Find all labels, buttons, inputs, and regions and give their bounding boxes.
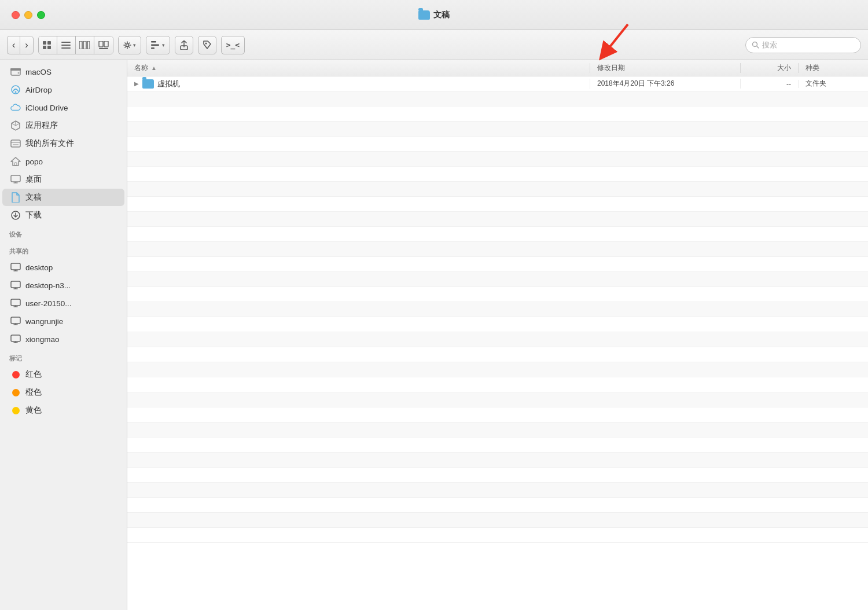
tag-orange-icon [10,387,21,398]
empty-row [127,287,868,302]
shared-section-label: 共享的 [0,241,127,258]
col-name-header[interactable]: 名称 ▲ [127,63,590,73]
arrange-chevron: ▾ [162,42,165,48]
titlebar: 文稿 [0,0,868,30]
table-row[interactable]: ▶ 虚拟机 2018年4月20日 下午3:26 -- 文件夹 [127,76,868,91]
empty-row [127,212,868,227]
col-date-label: 修改日期 [597,64,625,72]
sidebar-item-tag-orange[interactable]: 橙色 [2,384,124,401]
svg-rect-35 [11,175,20,182]
empty-row [127,392,868,407]
empty-row [127,197,868,212]
svg-line-30 [16,123,20,126]
forward-button[interactable]: › [20,36,33,54]
svg-rect-6 [61,47,71,49]
maximize-button[interactable] [37,11,45,19]
monitor-icon-4 [10,316,21,326]
sidebar-item-popo-label: popo [25,157,43,166]
svg-rect-4 [61,42,71,43]
close-button[interactable] [12,11,20,19]
sidebar: macOS AirDrop iCloud Drive [0,60,127,610]
sidebar-item-docs[interactable]: 文稿 [2,189,124,206]
sidebar-item-desktop-label: 桌面 [25,174,42,185]
empty-row [127,182,868,197]
view-list-button[interactable] [57,36,76,54]
icloud-icon [10,102,21,113]
tag-button[interactable] [198,36,216,54]
empty-row [127,528,868,543]
window-title: 文稿 [418,10,450,20]
file-date-cell: 2018年4月20日 下午3:26 [590,79,741,89]
col-kind-label: 种类 [806,64,819,72]
sidebar-item-icloud-label: iCloud Drive [25,104,68,112]
svg-point-18 [205,42,207,44]
forward-icon: › [25,40,28,50]
sidebar-item-airdrop[interactable]: AirDrop [2,81,124,98]
expand-arrow[interactable]: ▶ [134,80,139,87]
empty-row [127,302,868,317]
sidebar-item-user20150[interactable]: user-20150... [2,295,124,312]
sidebar-item-tag-yellow-label: 黄色 [25,405,42,416]
monitor-icon-5 [10,334,21,344]
sidebar-item-wangrunjie[interactable]: wangrunjie [2,313,124,330]
empty-row [127,242,868,257]
empty-row [127,513,868,528]
devices-section-label: 设备 [0,225,127,241]
view-buttons [38,36,113,54]
svg-rect-7 [79,41,82,49]
sidebar-item-allfiles[interactable]: 我的所有文件 [2,135,124,152]
terminal-label: >_< [226,41,240,49]
empty-row [127,167,868,182]
view-columns-button[interactable] [76,36,94,54]
svg-rect-51 [11,335,20,341]
view-cover-button[interactable] [94,36,113,54]
view-icon-button[interactable] [39,36,57,54]
sidebar-item-popo[interactable]: popo [2,153,124,170]
allfiles-icon [10,138,21,149]
svg-point-19 [753,42,757,47]
sidebar-item-desktop[interactable]: 桌面 [2,171,124,188]
empty-row [127,347,868,362]
empty-row [127,227,868,242]
empty-row [127,272,868,287]
arrange-button[interactable]: ▾ [146,36,170,54]
back-button[interactable]: ‹ [7,36,20,54]
doc-icon [10,192,21,203]
empty-row [127,362,868,377]
col-kind-header[interactable]: 种类 [799,63,868,73]
sidebar-item-xiongmao[interactable]: xiongmao [2,330,124,348]
file-kind: 文件夹 [806,79,826,87]
minimize-button[interactable] [24,11,32,19]
file-name-cell: ▶ 虚拟机 [127,79,590,89]
sidebar-item-downloads[interactable]: 下载 [2,207,124,224]
window-controls [12,11,45,19]
sidebar-item-apps-label: 应用程序 [25,120,58,131]
home-icon [10,156,21,167]
folder-icon [142,79,154,89]
svg-rect-31 [11,140,20,147]
tag-icon [203,41,211,50]
sidebar-item-apps[interactable]: 应用程序 [2,117,124,134]
empty-row [127,91,868,106]
terminal-button[interactable]: >_< [221,36,245,54]
file-name: 虚拟机 [157,79,180,89]
search-bar[interactable]: 搜索 [745,37,861,53]
svg-line-29 [12,123,16,126]
svg-rect-14 [151,41,156,43]
sidebar-item-macos[interactable]: macOS [2,63,124,80]
back-icon: ‹ [12,40,15,50]
col-size-header[interactable]: 大小 [741,63,799,73]
col-date-header[interactable]: 修改日期 [590,63,741,73]
sidebar-item-desktop2[interactable]: desktop-n3... [2,277,124,294]
svg-rect-45 [11,299,20,306]
share-button[interactable] [175,36,193,54]
sidebar-item-desktop1[interactable]: desktop [2,259,124,276]
airdrop-icon [10,84,21,95]
sidebar-item-tag-red[interactable]: 红色 [2,366,124,383]
toolbar: ‹ › [0,30,868,60]
sidebar-item-tag-yellow[interactable]: 黄色 [2,402,124,419]
action-button[interactable]: ▾ [118,36,141,54]
svg-rect-3 [47,46,51,49]
svg-rect-9 [87,41,90,49]
sidebar-item-icloud[interactable]: iCloud Drive [2,99,124,116]
